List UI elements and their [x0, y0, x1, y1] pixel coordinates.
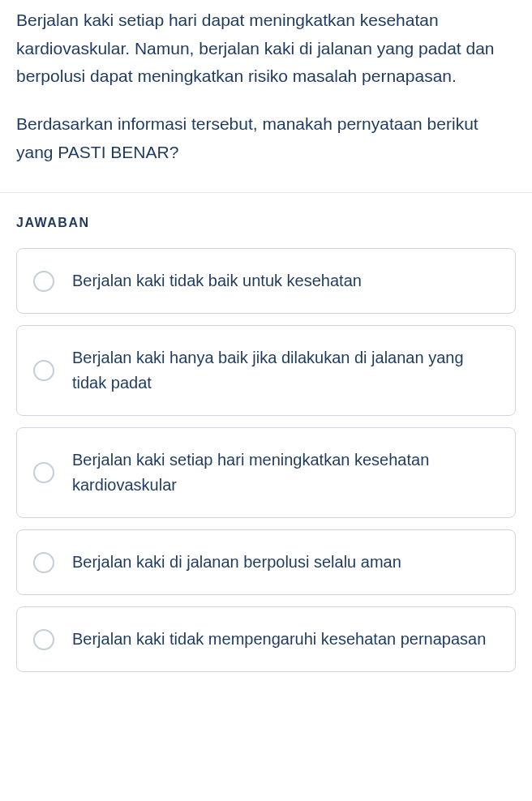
answer-label: Berjalan kaki tidak mempengaruhi kesehat…: [72, 627, 486, 652]
radio-icon: [33, 462, 54, 483]
answer-label: Berjalan kaki di jalanan berpolusi selal…: [72, 550, 401, 575]
radio-icon: [33, 271, 54, 292]
answer-option-5[interactable]: Berjalan kaki tidak mempengaruhi kesehat…: [16, 606, 516, 672]
answer-heading: JAWABAN: [16, 216, 516, 230]
answer-label: Berjalan kaki tidak baik untuk kesehatan: [72, 268, 362, 293]
radio-icon: [33, 629, 54, 650]
question-paragraph-2: Berdasarkan informasi tersebut, manakah …: [16, 110, 516, 166]
answer-section: JAWABAN Berjalan kaki tidak baik untuk k…: [0, 193, 532, 672]
answer-label: Berjalan kaki hanya baik jika dilakukan …: [72, 345, 499, 396]
answer-option-1[interactable]: Berjalan kaki tidak baik untuk kesehatan: [16, 248, 516, 314]
answer-option-2[interactable]: Berjalan kaki hanya baik jika dilakukan …: [16, 325, 516, 416]
radio-icon: [33, 360, 54, 381]
answer-option-3[interactable]: Berjalan kaki setiap hari meningkatkan k…: [16, 427, 516, 518]
answer-label: Berjalan kaki setiap hari meningkatkan k…: [72, 448, 499, 498]
radio-icon: [33, 552, 54, 573]
question-text: Berjalan kaki setiap hari dapat meningka…: [16, 6, 516, 166]
question-block: Berjalan kaki setiap hari dapat meningka…: [0, 0, 532, 166]
answer-option-4[interactable]: Berjalan kaki di jalanan berpolusi selal…: [16, 529, 516, 595]
question-paragraph-1: Berjalan kaki setiap hari dapat meningka…: [16, 6, 516, 91]
